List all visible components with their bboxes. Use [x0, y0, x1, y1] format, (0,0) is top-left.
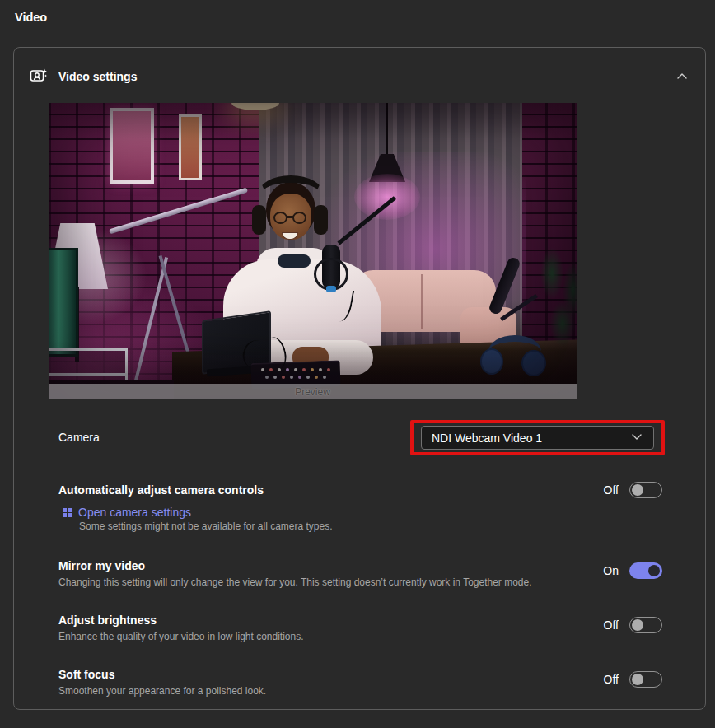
vignette-overlay: [49, 103, 577, 399]
windows-logo-icon: [63, 508, 72, 517]
annotation-highlight-box: NDI Webcam Video 1: [410, 420, 665, 455]
camera-label: Camera: [58, 431, 100, 444]
mirror-video-toggle[interactable]: [629, 562, 662, 579]
open-camera-settings-link[interactable]: Open camera settings: [78, 506, 191, 519]
camera-preview: Preview: [49, 103, 577, 399]
setting-row-soft-focus: Soft focus Smoothen your appearance for …: [58, 668, 662, 698]
setting-description: Some settings might not be available for…: [79, 520, 662, 533]
chevron-up-icon: [675, 70, 689, 86]
preview-label-bar: Preview: [49, 384, 577, 399]
adjust-brightness-toggle[interactable]: [629, 617, 662, 633]
toggle-knob: [632, 484, 643, 496]
chevron-down-icon: [630, 430, 643, 446]
camera-dropdown[interactable]: NDI Webcam Video 1: [421, 426, 654, 450]
setting-row-brightness: Adjust brightness Enhance the quality of…: [58, 614, 662, 643]
video-settings-icon: [30, 67, 48, 85]
toggle-knob: [648, 565, 660, 576]
toggle-state-label: On: [603, 564, 619, 577]
toggle-state-label: Off: [604, 483, 619, 497]
preview-label: Preview: [295, 386, 330, 398]
section-title: Video settings: [58, 70, 137, 83]
toggle-state-label: Off: [604, 673, 619, 686]
auto-adjust-toggle[interactable]: [629, 482, 662, 498]
setting-title: Automatically adjust camera controls: [58, 483, 662, 497]
video-settings-panel: Video settings: [13, 47, 706, 710]
toggle-knob: [632, 674, 643, 685]
setting-description: Enhance the quality of your video in low…: [58, 631, 662, 643]
page-title: Video: [15, 11, 47, 24]
setting-row-auto-adjust: Automatically adjust camera controls Off: [58, 483, 662, 497]
toggle-knob: [632, 619, 643, 631]
camera-settings-link-block: Open camera settings Some settings might…: [58, 506, 662, 533]
setting-title: Soft focus: [58, 668, 662, 682]
setting-row-mirror: Mirror my video Changing this setting wi…: [58, 559, 662, 589]
toggle-state-label: Off: [604, 618, 619, 632]
setting-description: Smoothen your appearance for a polished …: [58, 685, 662, 698]
collapse-section-button[interactable]: [671, 68, 693, 87]
setting-description: Changing this setting will only change t…: [58, 576, 662, 589]
camera-dropdown-value: NDI Webcam Video 1: [432, 432, 542, 445]
setting-title: Adjust brightness: [58, 614, 662, 628]
setting-title: Mirror my video: [58, 559, 662, 573]
soft-focus-toggle[interactable]: [629, 671, 662, 688]
